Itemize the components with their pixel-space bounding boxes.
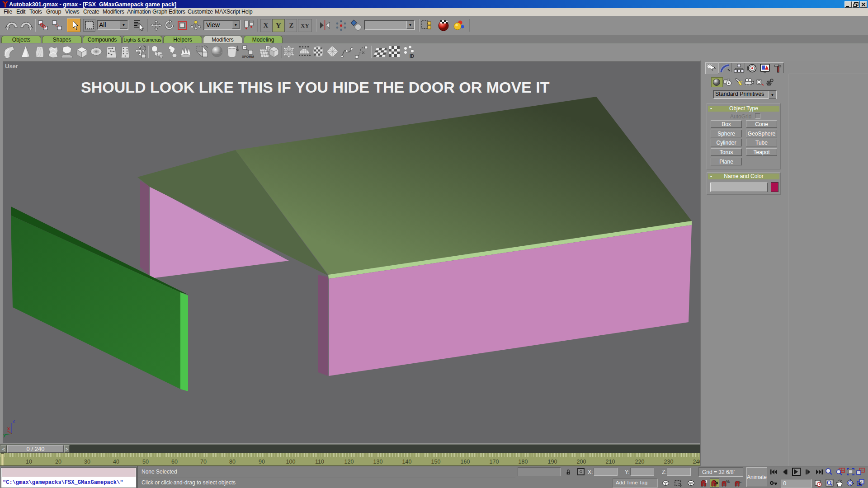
svg-text:x: x <box>7 426 10 431</box>
svg-text:F: F <box>739 480 742 484</box>
svg-text:XFORM: XFORM <box>242 55 254 59</box>
svg-text:ID: ID <box>410 54 414 59</box>
svg-text:%: % <box>726 479 730 484</box>
svg-text:3: 3 <box>705 479 708 483</box>
svg-text:z: z <box>13 418 15 423</box>
svg-text:y: y <box>3 432 6 437</box>
